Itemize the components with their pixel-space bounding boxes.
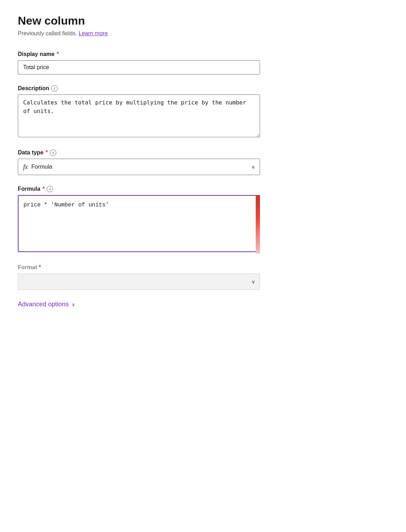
description-info-icon[interactable]: i xyxy=(51,85,58,92)
description-label: Description i xyxy=(18,85,260,92)
description-label-text: Description xyxy=(18,85,49,92)
formula-input[interactable]: price * 'Number of units' xyxy=(18,195,260,252)
formula-required: * xyxy=(42,186,45,192)
format-select-wrapper: ∨ xyxy=(18,273,260,290)
advanced-options-label: Advanced options xyxy=(18,301,69,308)
display-name-label: Display name * xyxy=(18,51,260,57)
display-name-section: Display name * xyxy=(18,51,260,75)
data-type-section: Data type * i fx Formula ∨ xyxy=(18,149,260,175)
data-type-label-text: Data type xyxy=(18,149,43,156)
data-type-value: Formula xyxy=(31,164,52,170)
description-input[interactable]: Calculates the total price by multiplyin… xyxy=(18,94,260,137)
data-type-select[interactable]: fx Formula xyxy=(18,159,260,175)
format-required: * xyxy=(39,264,41,270)
page-title: New column xyxy=(18,14,388,27)
advanced-options-chevron-icon: ∨ xyxy=(72,302,75,307)
formula-label-text: Formula xyxy=(18,186,40,192)
data-type-select-wrapper: fx Formula ∨ xyxy=(18,159,260,175)
description-section: Description i Calculates the total price… xyxy=(18,85,260,139)
advanced-options-toggle[interactable]: Advanced options ∨ xyxy=(18,301,388,308)
data-type-label: Data type * i xyxy=(18,149,260,156)
subtitle-text: Previously called fields. Learn more xyxy=(18,30,388,37)
display-name-required: * xyxy=(57,51,59,57)
display-name-label-text: Display name xyxy=(18,51,54,57)
formula-label: Formula * i xyxy=(18,186,260,192)
format-select[interactable] xyxy=(18,273,260,290)
formula-section: Formula * i price * 'Number of units' xyxy=(18,186,260,254)
format-section: Format * ∨ xyxy=(18,264,260,290)
format-label: Format * xyxy=(18,264,260,271)
formula-accent-bar xyxy=(256,195,260,254)
formula-field-wrapper: price * 'Number of units' xyxy=(18,195,260,254)
subtitle-label: Previously called fields. xyxy=(18,30,77,36)
data-type-info-icon[interactable]: i xyxy=(50,149,56,156)
formula-info-icon[interactable]: i xyxy=(47,186,53,192)
display-name-input[interactable] xyxy=(18,60,260,75)
fx-icon: fx xyxy=(23,163,28,171)
learn-more-link[interactable]: Learn more xyxy=(79,30,108,36)
data-type-required: * xyxy=(46,149,48,156)
format-label-text: Format xyxy=(18,264,37,270)
